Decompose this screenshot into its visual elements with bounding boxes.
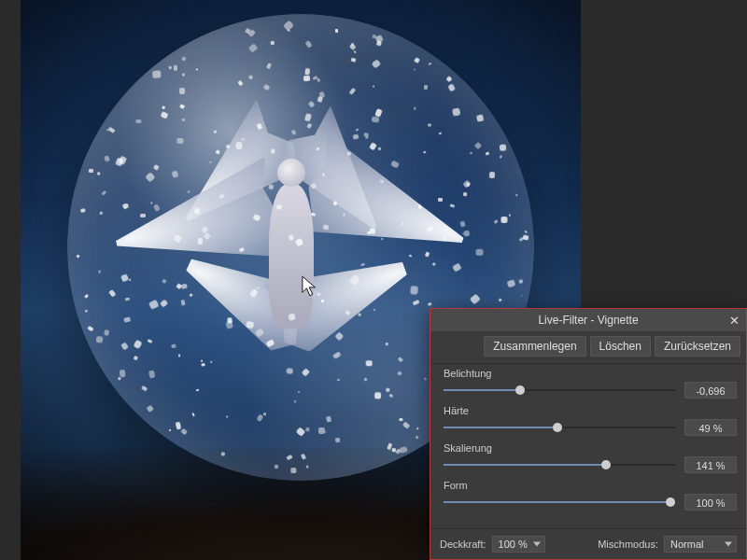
- exposure-label: Belichtung: [444, 368, 737, 379]
- hardness-label: Härte: [444, 405, 737, 416]
- blendmode-select[interactable]: Normal: [664, 536, 737, 553]
- delete-button[interactable]: Löschen: [590, 336, 651, 357]
- opacity-value: 100 %: [499, 539, 528, 550]
- dialog-action-bar: Zusammenlegen Löschen Zurücksetzen: [430, 331, 746, 364]
- hardness-value-field[interactable]: 49 %: [684, 419, 737, 436]
- hardness-slider[interactable]: [444, 421, 675, 434]
- param-exposure: Belichtung -0,696: [444, 368, 737, 399]
- param-scale: Skalierung 141 %: [444, 442, 737, 473]
- dialog-titlebar[interactable]: Live-Filter - Vignette ✕: [430, 309, 746, 331]
- shape-value-field[interactable]: 100 %: [684, 494, 737, 511]
- shape-label: Form: [444, 480, 737, 491]
- chevron-down-icon: [725, 542, 732, 547]
- exposure-slider[interactable]: [444, 384, 675, 397]
- scale-value-field[interactable]: 141 %: [684, 456, 737, 473]
- dialog-body: Belichtung -0,696 Härte 49 %: [430, 364, 746, 528]
- opacity-select[interactable]: 100 %: [492, 536, 545, 553]
- dialog-footer: Deckkraft: 100 % Mischmodus: Normal: [430, 528, 746, 559]
- scale-label: Skalierung: [444, 442, 737, 454]
- dialog-title-text: Live-Filter - Vignette: [538, 314, 638, 327]
- chevron-down-icon: [533, 542, 541, 547]
- vignette-filter-dialog[interactable]: Live-Filter - Vignette ✕ Zusammenlegen L…: [430, 308, 747, 560]
- exposure-value-field[interactable]: -0,696: [684, 382, 737, 399]
- param-hardness: Härte 49 %: [444, 405, 737, 436]
- reset-button[interactable]: Zurücksetzen: [655, 336, 740, 357]
- scale-slider[interactable]: [444, 458, 675, 471]
- param-shape: Form 100 %: [444, 480, 737, 511]
- blendmode-label: Mischmodus:: [598, 539, 658, 550]
- close-button[interactable]: ✕: [726, 312, 742, 329]
- opacity-label: Deckkraft:: [440, 539, 486, 550]
- close-icon: ✕: [729, 314, 740, 328]
- shape-slider[interactable]: [444, 496, 675, 509]
- merge-button[interactable]: Zusammenlegen: [484, 336, 585, 357]
- blendmode-value: Normal: [670, 539, 703, 550]
